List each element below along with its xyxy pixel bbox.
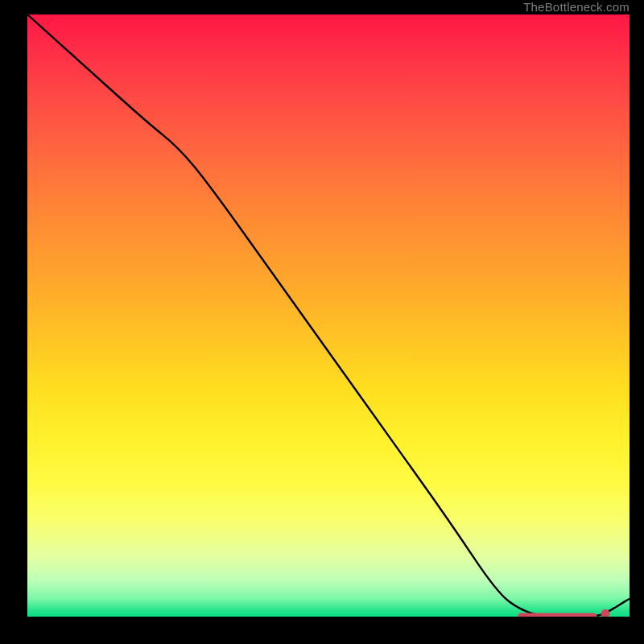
bottleneck-curve bbox=[27, 14, 630, 617]
curve-svg bbox=[27, 14, 630, 617]
chart-frame: TheBottleneck.com bbox=[0, 0, 644, 644]
attribution-text: TheBottleneck.com bbox=[523, 0, 630, 14]
plot-area bbox=[27, 14, 630, 617]
